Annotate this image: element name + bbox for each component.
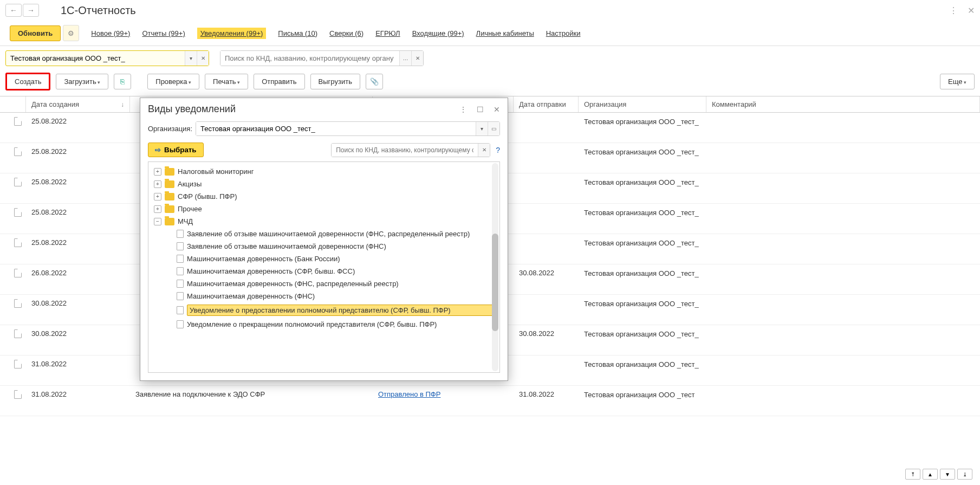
select-icon: ⇨ <box>155 146 161 154</box>
cell-org: Тестовая организация ООО _тест_ <box>579 360 706 370</box>
modal-maximize-icon[interactable]: ☐ <box>477 105 484 114</box>
modal-org-dropdown-button[interactable]: ▾ <box>476 122 488 135</box>
file-icon <box>177 320 184 328</box>
load-button[interactable]: Загрузить <box>56 74 108 89</box>
document-icon <box>14 117 22 126</box>
more-button[interactable]: Еще <box>940 74 975 89</box>
tree-item[interactable]: Уведомление о предоставлении полномочий … <box>148 302 499 318</box>
select-button[interactable]: ⇨ Выбрать <box>148 143 204 157</box>
col-date[interactable]: Дата создания↓ <box>26 96 130 112</box>
modal-org-label: Организация: <box>148 125 192 133</box>
cell-org: Тестовая организация ООО _тест_ <box>579 269 706 279</box>
nav-forward-button[interactable]: → <box>23 4 39 17</box>
status-link[interactable]: Отправлено в ПФР <box>378 390 440 398</box>
tree-item-label: Заявление об отзыве машиночитаемой довер… <box>187 242 494 250</box>
tree-folder[interactable]: + Прочее <box>148 203 499 215</box>
document-icon <box>14 360 22 368</box>
tree-item[interactable]: Машиночитаемая доверенность (ФНС, распре… <box>148 277 499 290</box>
modal-search-clear-button[interactable]: ✕ <box>478 144 490 157</box>
file-icon <box>177 230 184 238</box>
scroll-bottom-button[interactable]: ⤓ <box>957 469 972 480</box>
modal-kebab-icon[interactable]: ⋮ <box>459 105 467 114</box>
cell-org: Тестовая организация ООО _тест_ <box>579 178 706 187</box>
print-button[interactable]: Печать <box>205 74 248 89</box>
search-ellipsis-button[interactable]: … <box>399 51 411 66</box>
cell-date: 25.08.2022 <box>26 147 130 156</box>
expand-icon[interactable]: + <box>154 193 161 201</box>
org-input[interactable] <box>6 51 185 66</box>
tab-notifications[interactable]: Уведомления (99+) <box>197 28 267 39</box>
col-comment[interactable]: Комментарий <box>706 96 980 112</box>
cell-org: Тестовая организация ООО _тест_ <box>579 147 706 157</box>
close-icon[interactable]: ✕ <box>968 5 975 16</box>
folder-icon <box>165 193 174 201</box>
scroll-top-button[interactable]: ⤒ <box>905 469 920 480</box>
create-button[interactable]: Создать <box>5 73 50 90</box>
tree-item[interactable]: Заявление об отзыве машиночитаемой довер… <box>148 240 499 253</box>
tree-item[interactable]: Уведомление о прекращении полномочий пре… <box>148 318 499 331</box>
col-sent[interactable]: Дата отправки <box>514 96 579 112</box>
tab-letters[interactable]: Письма (10) <box>278 29 317 37</box>
tree-item-label: Уведомление о предоставлении полномочий … <box>187 305 494 316</box>
table-row[interactable]: 31.08.2022 Заявление на подключение к ЭД… <box>0 386 980 416</box>
expand-icon[interactable]: + <box>154 168 161 176</box>
cell-date: 31.08.2022 <box>26 390 130 398</box>
tree-item-label: Машиночитаемая доверенность (ФНС) <box>187 292 494 300</box>
modal-org-open-button[interactable]: ▭ <box>488 122 499 135</box>
tree-folder[interactable]: + Акцизы <box>148 178 499 190</box>
col-org[interactable]: Организация <box>579 96 706 112</box>
add-file-button[interactable]: ⎘ <box>114 74 131 89</box>
search-combo[interactable]: … ✕ <box>220 50 424 66</box>
scroll-down-button[interactable]: ▼ <box>940 469 955 480</box>
tree-folder[interactable]: + Налоговый мониторинг <box>148 165 499 178</box>
modal-close-icon[interactable]: ✕ <box>494 105 500 114</box>
tree-item-label: Машиночитаемая доверенность (СФР, бывш. … <box>187 267 494 275</box>
tab-reconcil[interactable]: Сверки (6) <box>329 29 364 37</box>
kebab-icon[interactable]: ⋮ <box>949 5 958 16</box>
window-title: 1С-Отчетность <box>61 4 949 17</box>
tree-scrollbar-thumb[interactable] <box>492 234 498 331</box>
cell-org: Тестовая организация ООО _тест_ <box>579 238 706 248</box>
org-combo[interactable]: ▾ ✕ <box>5 50 209 66</box>
file-icon <box>177 242 184 250</box>
cell-org: Тестовая организация ООО _тест_ <box>579 117 706 127</box>
help-link[interactable]: ? <box>496 146 500 154</box>
expand-icon[interactable]: + <box>154 180 161 188</box>
collapse-icon[interactable]: − <box>154 218 161 225</box>
cell-org: Тестовая организация ООО _тест_ <box>579 208 706 218</box>
update-button[interactable]: Обновить <box>10 25 61 41</box>
tree-item[interactable]: Машиночитаемая доверенность (Банк России… <box>148 253 499 265</box>
document-icon <box>14 390 22 399</box>
tab-egrul[interactable]: ЕГРЮЛ <box>375 29 400 37</box>
attachment-button[interactable]: 📎 <box>366 74 383 89</box>
settings-gear-button[interactable]: ⚙ <box>63 25 79 41</box>
tree-item[interactable]: Машиночитаемая доверенность (ФНС) <box>148 290 499 302</box>
send-button[interactable]: Отправить <box>254 74 304 89</box>
modal-org-input[interactable] <box>196 122 476 135</box>
tab-settings[interactable]: Настройки <box>546 29 581 37</box>
org-dropdown-button[interactable]: ▾ <box>185 51 197 66</box>
modal-search-combo[interactable]: ✕ <box>331 143 490 157</box>
modal-org-combo[interactable]: ▾ ▭ <box>196 121 500 136</box>
export-button[interactable]: Выгрузить <box>310 74 360 89</box>
search-input[interactable] <box>220 51 399 66</box>
tree-scrollbar[interactable] <box>492 163 498 371</box>
search-clear-button[interactable]: ✕ <box>411 51 423 66</box>
check-button[interactable]: Проверка <box>147 74 199 89</box>
expand-icon[interactable]: + <box>154 205 161 213</box>
document-icon <box>14 269 22 277</box>
tree-folder[interactable]: + СФР (бывш. ПФР) <box>148 190 499 203</box>
modal-search-input[interactable] <box>332 144 478 157</box>
nav-back-button[interactable]: ← <box>5 4 22 17</box>
tab-reports[interactable]: Отчеты (99+) <box>142 29 185 37</box>
tree-item-label: Машиночитаемая доверенность (ФНС, распре… <box>187 280 494 288</box>
tree-folder[interactable]: − МЧД <box>148 215 499 228</box>
tree-item[interactable]: Заявление об отзыве машиночитаемой довер… <box>148 228 499 240</box>
scroll-up-button[interactable]: ▲ <box>923 469 938 480</box>
document-icon <box>14 208 22 217</box>
org-clear-button[interactable]: ✕ <box>197 51 209 66</box>
tree-item[interactable]: Машиночитаемая доверенность (СФР, бывш. … <box>148 265 499 277</box>
tab-cabinets[interactable]: Личные кабинеты <box>476 29 534 37</box>
tab-incoming[interactable]: Входящие (99+) <box>412 29 464 37</box>
tab-new[interactable]: Новое (99+) <box>91 29 130 37</box>
